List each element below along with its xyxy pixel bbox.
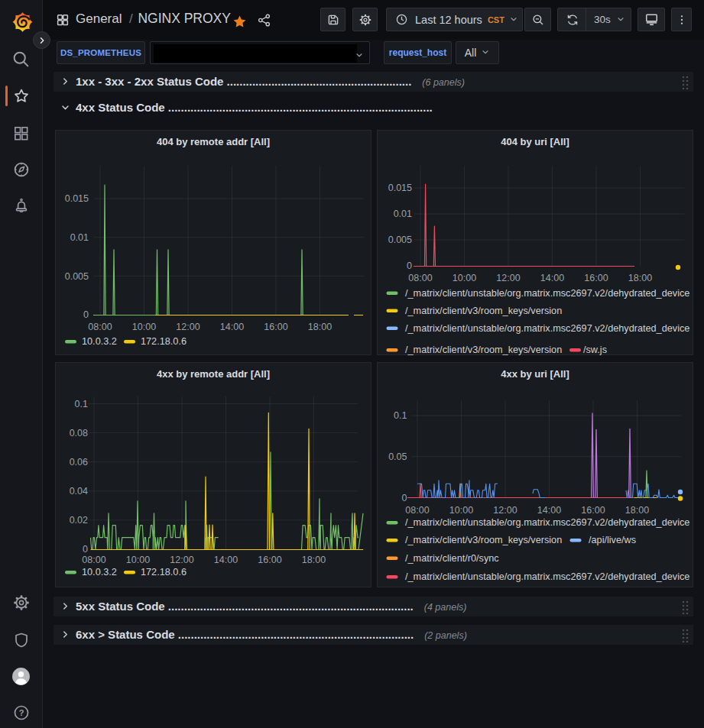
- svg-text:0.04: 0.04: [70, 486, 88, 497]
- svg-text:0: 0: [83, 544, 88, 555]
- svg-text:4xx by remote addr [All]: 4xx by remote addr [All]: [157, 368, 270, 380]
- svg-text:16:00: 16:00: [584, 273, 608, 283]
- svg-text:0.015: 0.015: [65, 193, 89, 204]
- svg-text:14:00: 14:00: [214, 555, 238, 565]
- svg-text:10:00: 10:00: [126, 555, 150, 565]
- svg-text:0: 0: [83, 309, 89, 320]
- svg-text:14:00: 14:00: [220, 322, 244, 332]
- svg-text:/_matrix/client/v3/room_keys/v: /_matrix/client/v3/room_keys/version: [405, 535, 562, 545]
- svg-text:172.18.0.6: 172.18.0.6: [141, 336, 187, 347]
- svg-text:0.02: 0.02: [70, 515, 88, 526]
- svg-text:0: 0: [402, 493, 407, 503]
- svg-text:08:00: 08:00: [88, 322, 112, 332]
- svg-text:10:00: 10:00: [132, 322, 156, 332]
- svg-text:/sw.js: /sw.js: [583, 345, 607, 355]
- svg-text:0.01: 0.01: [394, 209, 412, 219]
- svg-text:12:00: 12:00: [176, 322, 200, 332]
- svg-text:0.05: 0.05: [388, 451, 407, 462]
- svg-text:18:00: 18:00: [302, 555, 326, 565]
- svg-text:12:00: 12:00: [496, 273, 520, 283]
- svg-text:404 by remote addr [All]: 404 by remote addr [All]: [157, 136, 270, 147]
- svg-text:/_matrix/client/unstable/org.m: /_matrix/client/unstable/org.matrix.msc2…: [405, 571, 689, 582]
- svg-text:0.1: 0.1: [75, 399, 88, 409]
- svg-text:16:00: 16:00: [581, 505, 605, 516]
- svg-text:12:00: 12:00: [493, 505, 517, 516]
- svg-text:/_matrix/client/v3/room_keys/v: /_matrix/client/v3/room_keys/version: [405, 306, 562, 316]
- svg-text:18:00: 18:00: [625, 505, 649, 516]
- svg-text:/_matrix/client/v3/room_keys/v: /_matrix/client/v3/room_keys/version: [405, 345, 562, 355]
- svg-text:18:00: 18:00: [308, 322, 332, 332]
- svg-text:0.01: 0.01: [70, 232, 89, 243]
- svg-text:/api/live/ws: /api/live/ws: [589, 535, 636, 545]
- svg-text:172.18.0.6: 172.18.0.6: [141, 567, 187, 578]
- svg-text:08:00: 08:00: [408, 273, 432, 283]
- svg-text:10:00: 10:00: [449, 505, 473, 516]
- svg-text:0.015: 0.015: [388, 183, 412, 193]
- svg-text:4xx by uri [All]: 4xx by uri [All]: [501, 368, 569, 380]
- svg-text:12:00: 12:00: [170, 555, 193, 565]
- svg-text:/_matrix/client/unstable/org.m: /_matrix/client/unstable/org.matrix.msc2…: [405, 288, 689, 299]
- svg-text:0.06: 0.06: [70, 457, 88, 468]
- svg-text:08:00: 08:00: [405, 505, 429, 516]
- svg-text:10:00: 10:00: [453, 273, 476, 283]
- svg-text:0.08: 0.08: [70, 428, 88, 438]
- svg-text:/_matrix/client/unstable/org.m: /_matrix/client/unstable/org.matrix.msc2…: [405, 517, 689, 528]
- svg-text:18:00: 18:00: [628, 273, 652, 283]
- svg-text:0.005: 0.005: [388, 235, 412, 245]
- svg-text:10.0.3.2: 10.0.3.2: [82, 567, 117, 578]
- svg-text:14:00: 14:00: [540, 273, 564, 283]
- svg-text:16:00: 16:00: [258, 555, 281, 565]
- svg-text:404 by uri [All]: 404 by uri [All]: [501, 136, 569, 147]
- svg-text:10.0.3.2: 10.0.3.2: [82, 336, 117, 347]
- svg-text:16:00: 16:00: [264, 322, 287, 332]
- svg-text:0: 0: [407, 260, 412, 271]
- svg-text:0.005: 0.005: [65, 271, 89, 282]
- svg-text:/_matrix/client/unstable/org.m: /_matrix/client/unstable/org.matrix.msc2…: [405, 323, 689, 334]
- svg-text:/_matrix/client/r0/sync: /_matrix/client/r0/sync: [405, 553, 499, 564]
- svg-text:08:00: 08:00: [82, 555, 105, 565]
- svg-text:?: ?: [19, 708, 24, 717]
- svg-text:14:00: 14:00: [537, 505, 561, 516]
- svg-text:0.1: 0.1: [394, 410, 407, 421]
